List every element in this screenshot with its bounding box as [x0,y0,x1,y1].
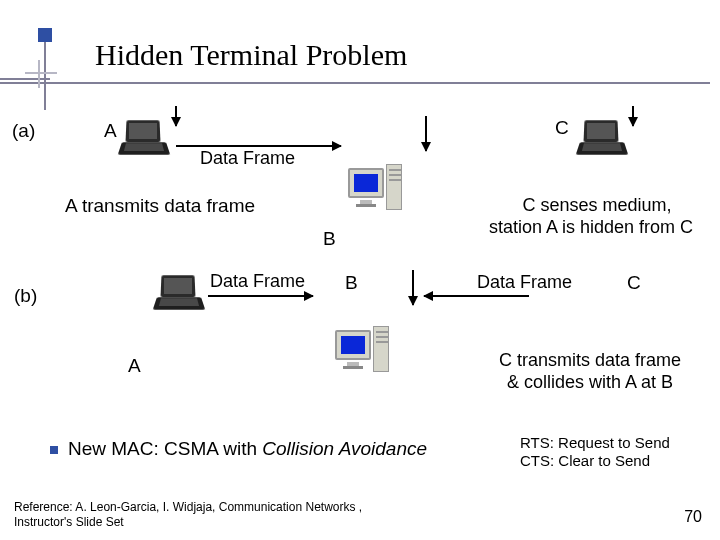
laptop-a-icon [120,120,168,158]
data-frame-b-right: Data Frame [477,272,572,293]
data-frame-a-label: Data Frame [200,148,295,169]
node-a-label: A [104,120,117,142]
node-b-label-b-top: B [345,272,358,294]
node-b-label-a: B [323,228,336,250]
deco-square [38,28,52,42]
arrow-down-c [632,106,634,126]
arrow-a-to-b [176,145,341,147]
arrow-down-a [175,106,177,126]
page-title: Hidden Terminal Problem [95,38,407,72]
arrow-down-near-b [425,116,427,151]
a-right-caption-1: C senses medium, [487,195,707,216]
laptop-a2-icon [155,275,203,313]
arrow-a2-to-b [208,295,313,297]
section-a-tag: (a) [12,120,35,142]
a-right-caption-2: station A is hidden from C [466,217,716,238]
node-a-label-b: A [128,355,141,377]
deco-horizontal [0,82,710,84]
deco-cross-v [38,60,40,88]
arrow-down-b2 [412,270,414,305]
bullet-italic: Collision Avoidance [262,438,427,459]
bullet-text: New MAC: CSMA with [68,438,262,459]
arrow-c-to-b [424,295,529,297]
cts-def: CTS: Clear to Send [520,452,650,469]
node-c-label-b: C [627,272,641,294]
a-left-caption: A transmits data frame [65,195,255,217]
section-b-tag: (b) [14,285,37,307]
b-right-caption-2: & collides with A at B [475,372,705,393]
deco-cross-h [25,72,57,74]
data-frame-b-left: Data Frame [210,271,305,292]
b-right-caption-1: C transmits data frame [475,350,705,371]
deco-horizontal-short [0,78,50,80]
laptop-c-icon-a [578,120,626,158]
desktop-b-icon-b [335,322,395,377]
desktop-b-icon-a [348,160,408,215]
bullet-line: New MAC: CSMA with Collision Avoidance [50,438,427,460]
bullet-square-icon [50,446,58,454]
page-number: 70 [684,508,702,526]
node-c-label-a: C [555,117,569,139]
reference-text: Reference: A. Leon-Garcia, I. Widjaja, C… [14,500,394,530]
rts-def: RTS: Request to Send [520,434,670,451]
